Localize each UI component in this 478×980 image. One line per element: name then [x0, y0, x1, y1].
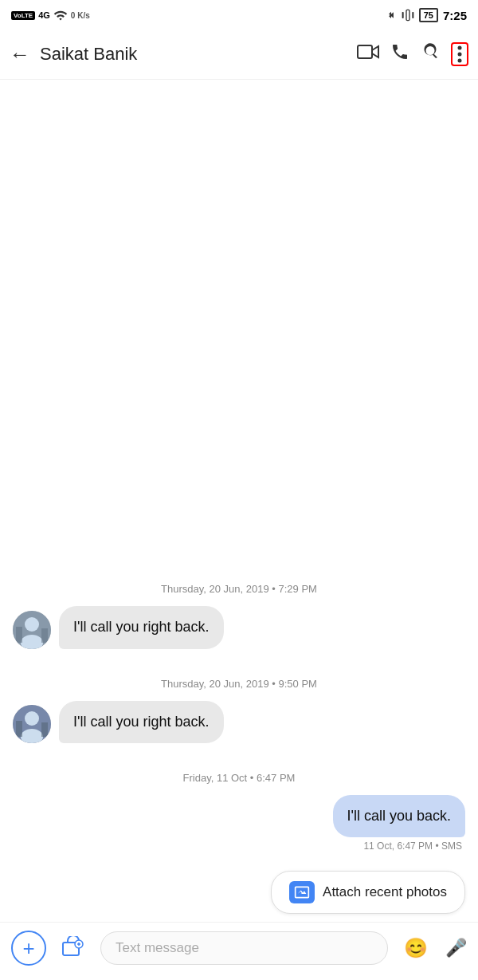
toolbar-icons	[357, 42, 468, 66]
svg-rect-15	[16, 721, 22, 737]
status-right: 75 7:25	[386, 8, 467, 22]
chat-area: Thursday, 20 Jun, 2019 • 7:29 PM I'll ca…	[0, 80, 478, 922]
attach-photos-row: Attach recent photos	[13, 871, 465, 914]
mic-button[interactable]: 🎤	[445, 938, 467, 958]
avatar	[13, 705, 51, 743]
svg-point-5	[458, 52, 462, 56]
svg-rect-3	[358, 45, 372, 58]
svg-point-8	[25, 617, 39, 632]
svg-rect-10	[16, 627, 22, 643]
back-button[interactable]: ←	[10, 44, 30, 65]
search-icon[interactable]	[421, 42, 440, 66]
bluetooth-icon	[386, 8, 397, 22]
timestamp-1: Thursday, 20 Jun, 2019 • 7:29 PM	[13, 583, 465, 595]
outgoing-message-bubble: I'll call you back.	[333, 795, 466, 837]
volte-badge: VoLTE	[11, 11, 35, 20]
signal-strength: 4G	[38, 10, 50, 20]
message-row-outgoing: I'll call you back. 11 Oct, 6:47 PM • SM…	[13, 795, 465, 852]
status-left: VoLTE 4G 0 K/s	[11, 10, 90, 21]
add-button[interactable]: +	[11, 931, 46, 966]
attach-recent-photos-button[interactable]: Attach recent photos	[271, 871, 465, 914]
contact-name: Saikat Banik	[40, 44, 357, 65]
text-input-wrap[interactable]: Text message	[100, 931, 388, 965]
svg-rect-16	[41, 722, 48, 737]
battery-icon: 75	[419, 8, 438, 22]
text-message-input[interactable]: Text message	[116, 940, 373, 956]
svg-point-6	[458, 58, 462, 62]
data-speed: 0 K/s	[71, 11, 90, 20]
svg-rect-0	[406, 10, 409, 20]
message-bubble: I'll call you right back.	[59, 606, 224, 648]
svg-rect-2	[412, 12, 413, 18]
bottom-bar: + Text message 😊 🎤	[0, 922, 478, 980]
video-call-icon[interactable]	[357, 43, 379, 65]
status-time: 7:25	[443, 9, 467, 22]
svg-point-4	[458, 45, 462, 49]
toolbar: ← Saikat Banik	[0, 29, 478, 80]
phone-icon[interactable]	[390, 42, 409, 66]
share-button[interactable]	[56, 931, 91, 966]
battery-level: 75	[419, 8, 438, 22]
timestamp-3: Friday, 11 Oct • 6:47 PM	[13, 772, 465, 784]
sms-timestamp: 11 Oct, 6:47 PM • SMS	[363, 840, 465, 852]
avatar	[13, 611, 51, 649]
svg-point-13	[25, 711, 39, 726]
message-row: I'll call you right back.	[13, 701, 465, 743]
vibrate-icon	[402, 8, 414, 22]
svg-rect-11	[41, 628, 48, 643]
status-bar: VoLTE 4G 0 K/s 75 7:25	[0, 0, 478, 29]
svg-rect-1	[402, 12, 403, 18]
attach-photo-icon	[289, 881, 315, 903]
wifi-icon	[53, 10, 68, 21]
attach-photos-label: Attach recent photos	[323, 884, 447, 900]
more-options-icon[interactable]	[451, 42, 468, 66]
message-row: I'll call you right back.	[13, 606, 465, 648]
emoji-button[interactable]: 😊	[404, 937, 428, 959]
message-bubble: I'll call you right back.	[59, 701, 224, 743]
timestamp-2: Thursday, 20 Jun, 2019 • 9:50 PM	[13, 678, 465, 690]
